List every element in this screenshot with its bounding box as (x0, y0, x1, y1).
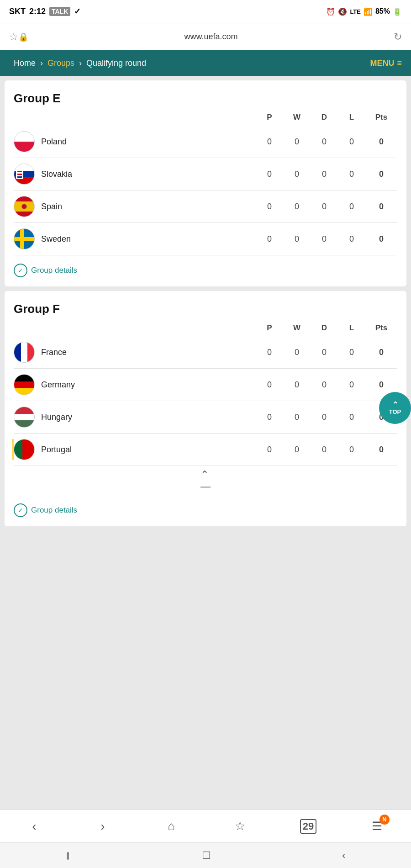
signal-icon: 📶 (364, 7, 373, 16)
group-e-card: Group E P W D L Pts Poland 0 0 0 0 0 (5, 80, 406, 286)
stat-p: 0 (256, 169, 283, 179)
group-e-chevron-icon: ✓ (14, 264, 27, 277)
scroll-up-icon: ⌃— (200, 469, 211, 492)
nav-groups[interactable]: Groups (43, 58, 79, 68)
menu-button[interactable]: MENU ≡ (361, 50, 411, 76)
top-scroll-button[interactable]: ⌃ TOP (379, 392, 411, 424)
nav-qualifying[interactable]: Qualifying round (82, 58, 151, 68)
group-f-card: Group F P W D L Pts France 0 0 0 0 0 Ger (5, 291, 406, 526)
calendar-button[interactable]: 29 (295, 813, 322, 840)
stat-p: 0 (256, 137, 283, 147)
flag-slovakia (14, 164, 35, 185)
home-button[interactable]: ⌂ (158, 813, 185, 840)
team-name-poland: Poland (41, 137, 67, 147)
table-row: France 0 0 0 0 0 (14, 336, 397, 369)
stat-p: 0 (256, 234, 283, 244)
forward-button[interactable]: › (89, 813, 116, 840)
status-bar: SKT 2:12 TALK ✓ ⏰ 🔇 LTE 📶 85% 🔋 (0, 0, 411, 23)
notification-count: N (382, 816, 386, 823)
stat-p: 0 (256, 380, 283, 390)
url-display[interactable]: www.uefa.com (28, 32, 394, 42)
stat-d: 0 (311, 413, 338, 422)
group-f-header: P W D L Pts (14, 323, 397, 336)
flag-sweden (14, 228, 35, 249)
team-info-spain: Spain (14, 196, 256, 217)
stat-w: 0 (283, 234, 311, 244)
android-home-icon[interactable]: ☐ (202, 850, 211, 862)
star-icon[interactable]: ☆ (9, 31, 18, 43)
col-team (14, 113, 256, 122)
bookmark-button[interactable]: ☆ (226, 813, 253, 840)
table-row: Germany 0 0 0 0 0 (14, 369, 397, 401)
stat-w: 0 (283, 202, 311, 212)
group-f-details-link[interactable]: ✓ Group details (14, 503, 397, 517)
team-info-slovakia: Slovakia (14, 164, 256, 185)
col-d: D (311, 323, 338, 333)
status-right: ⏰ 🔇 LTE 📶 85% 🔋 (326, 7, 402, 16)
stat-d: 0 (311, 202, 338, 212)
lock-icon: 🔒 (18, 32, 28, 42)
team-name-portugal: Portugal (41, 445, 72, 455)
stat-w: 0 (283, 348, 311, 357)
browser-bar: ☆ 🔒 www.uefa.com ↻ (0, 23, 411, 50)
home-icon: ⌂ (168, 819, 175, 833)
table-row: Sweden 0 0 0 0 0 (14, 223, 397, 255)
nav-home[interactable]: Home (9, 58, 40, 68)
stat-p: 0 (256, 413, 283, 422)
team-name-france: France (41, 348, 67, 357)
team-info-portugal: Portugal (14, 439, 256, 460)
stat-p: 0 (256, 348, 283, 357)
bottom-nav-bar: ‹ › ⌂ ☆ 29 ☰ N (0, 810, 411, 842)
team-info-sweden: Sweden (14, 228, 256, 249)
team-info-germany: Germany (14, 374, 256, 395)
nav-bar: Home › Groups › Qualifying round MENU ≡ (0, 50, 411, 76)
group-f-details-label: Group details (31, 506, 77, 515)
stat-l: 0 (338, 413, 365, 422)
team-info-poland: Poland (14, 131, 256, 152)
stat-l: 0 (338, 234, 365, 244)
battery-icon: 🔋 (393, 7, 402, 16)
team-name-germany: Germany (41, 380, 75, 390)
col-p: P (256, 113, 283, 122)
col-p: P (256, 323, 283, 333)
group-e-title: Group E (14, 91, 397, 106)
menu-nav-button[interactable]: ☰ N (363, 813, 390, 840)
top-arrow-icon: ⌃ (392, 401, 398, 408)
stat-pts: 0 (365, 234, 397, 244)
android-back-icon[interactable]: ⫿ (66, 850, 71, 862)
stat-d: 0 (311, 380, 338, 390)
stat-d: 0 (311, 348, 338, 357)
flag-germany (14, 374, 35, 395)
forward-icon: › (100, 819, 105, 834)
talk-icon: TALK (49, 7, 70, 16)
carrier-label: SKT (9, 7, 26, 16)
back-button[interactable]: ‹ (21, 813, 48, 840)
col-l: L (338, 113, 365, 122)
android-nav-bar: ⫿ ☐ ‹ (0, 842, 411, 868)
group-e-details-link[interactable]: ✓ Group details (14, 264, 397, 277)
stat-pts: 0 (365, 202, 397, 212)
stat-d: 0 (311, 445, 338, 455)
hamburger-icon: ≡ (397, 58, 402, 68)
refresh-icon[interactable]: ↻ (394, 31, 402, 43)
chevron-down-icon: ✓ (18, 267, 23, 274)
stat-p: 0 (256, 202, 283, 212)
stat-d: 0 (311, 137, 338, 147)
check-icon: ✓ (74, 6, 81, 16)
stat-l: 0 (338, 137, 365, 147)
stat-pts: 0 (365, 169, 397, 179)
stat-w: 0 (283, 380, 311, 390)
alarm-icon: ⏰ (326, 7, 335, 16)
stat-d: 0 (311, 169, 338, 179)
stat-p: 0 (256, 445, 283, 455)
col-w: W (283, 113, 311, 122)
table-row: Spain 0 0 0 0 0 (14, 191, 397, 223)
stat-l: 0 (338, 169, 365, 179)
group-e-details-label: Group details (31, 266, 77, 275)
table-row: Portugal 0 0 0 0 0 (14, 434, 397, 466)
flag-poland (14, 131, 35, 152)
stat-pts: 0 (365, 445, 397, 455)
android-recents-icon[interactable]: ‹ (342, 850, 345, 862)
col-w: W (283, 323, 311, 333)
scroll-up-area[interactable]: ⌃— (14, 466, 397, 495)
